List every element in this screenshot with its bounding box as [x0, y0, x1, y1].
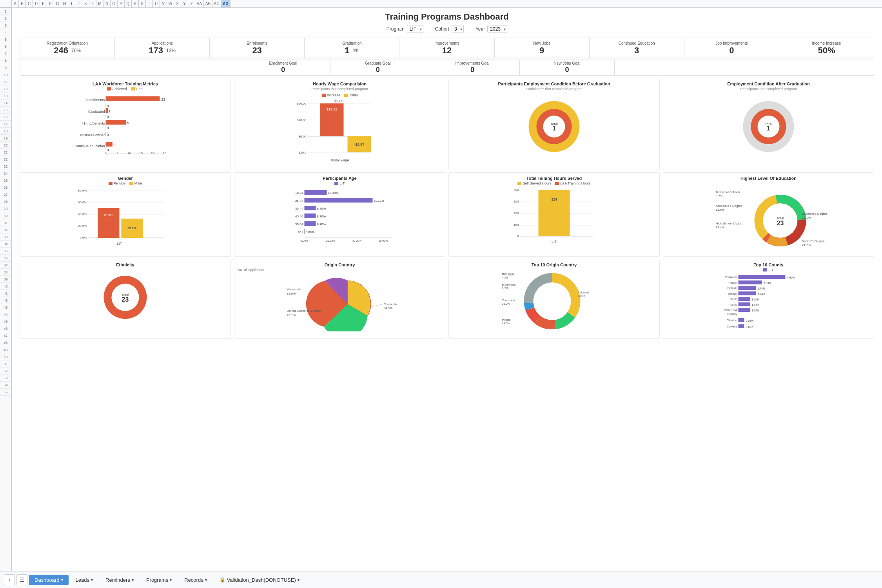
col-header-row: ABCDEFGHIJKLMNOPQRSTUVWXYZAAABACAD: [0, 0, 882, 8]
svg-text:1.16%: 1.16%: [752, 298, 760, 301]
cohort-select[interactable]: 3: [452, 25, 464, 33]
row-num-20: 20: [0, 142, 11, 149]
training-legend-laa: LAA Training Hours: [555, 181, 591, 185]
sheets-menu-button[interactable]: ☰: [16, 574, 27, 585]
svg-text:Fulton: Fulton: [728, 281, 737, 284]
bottom-bar: + ☰ Dashboard ▾ Leads ▾ Reminders ▾ Prog…: [0, 571, 882, 588]
svg-text:1: 1: [552, 125, 556, 132]
tab-records-label: Records: [184, 577, 203, 583]
ethnicity-chart-box: Ethnicity Total 23: [20, 259, 231, 339]
kpi-goal-value-0: 0: [281, 66, 285, 74]
origin-chart-box: Origin Country No. of Applicants: [234, 259, 445, 339]
program-select[interactable]: LIT: [407, 25, 423, 33]
wage-legend: Increase Initial: [238, 93, 442, 97]
row-num-16: 16: [0, 114, 11, 121]
svg-text:13.0%: 13.0%: [502, 322, 510, 325]
row-num-50: 50: [0, 353, 11, 360]
kpi-card-8: Income Increase50%: [779, 38, 874, 58]
tab-records[interactable]: Records ▾: [179, 575, 212, 585]
wage-chart-svg: $20.00 $10.00 $0.00 -$10.0 $19.22: [238, 99, 442, 165]
row-num-17: 17: [0, 121, 11, 128]
cohort-select-wrap[interactable]: 3: [452, 25, 464, 33]
row-num-31: 31: [0, 219, 11, 226]
tab-programs[interactable]: Programs ▾: [141, 575, 177, 585]
svg-text:Dekalb: Dekalb: [728, 286, 737, 290]
col-header-n: N: [103, 0, 111, 7]
top10-county-title: Top 10 County: [666, 262, 871, 267]
kpi-label-2: Enrollments: [247, 41, 267, 45]
svg-rect-11: [106, 114, 106, 117]
laa-legend-goal: Goal: [131, 87, 143, 91]
svg-text:High School Diplo...: High School Diplo...: [716, 222, 743, 225]
tab-dashboard[interactable]: Dashboard ▾: [29, 575, 69, 585]
svg-text:0: 0: [107, 126, 109, 130]
top10-county-box: Top 10 County LIT Gwinnett 4.65%: [663, 259, 874, 339]
svg-text:23: 23: [122, 296, 129, 303]
tab-reminders[interactable]: Reminders ▾: [100, 575, 139, 585]
origin-svg: Venezuela 13.0% United States of America…: [238, 273, 442, 331]
row-num-51: 51: [0, 360, 11, 367]
ethnicity-svg: Total 23: [23, 268, 227, 323]
kpi-value-0: 246: [54, 46, 68, 55]
employment-after-svg: Total 1: [666, 93, 871, 156]
employment-after-title: Employment Condition After Graduation: [666, 81, 871, 86]
laa-chart-title: LAA Workforce Training Metrics: [23, 81, 227, 86]
col-header-m: M: [96, 0, 103, 7]
svg-text:Other GA: Other GA: [724, 308, 737, 312]
year-select[interactable]: 2023: [487, 25, 507, 33]
svg-text:LIT: LIT: [552, 240, 557, 244]
row-num-39: 39: [0, 276, 11, 283]
kpi-card-6: Continued Education3: [590, 38, 684, 58]
add-sheet-button[interactable]: +: [4, 574, 15, 585]
svg-text:1: 1: [767, 125, 770, 132]
svg-text:0: 0: [107, 133, 109, 137]
kpi-card-1: Applications17313%: [115, 38, 210, 58]
row-num-29: 29: [0, 205, 11, 212]
year-select-wrap[interactable]: 2023: [487, 25, 507, 33]
tab-validation[interactable]: 🔒 Validation_Dash(DONOTUSE) ▾: [214, 575, 305, 585]
row-num-38: 38: [0, 269, 11, 276]
svg-text:18-24: 18-24: [295, 191, 303, 195]
row-num-55: 55: [0, 389, 11, 396]
svg-text:23: 23: [777, 220, 784, 226]
education-svg: Total 23 Technical School/... 8.7% Assoc…: [666, 181, 871, 252]
kpi-goal-value-2: 0: [470, 66, 474, 74]
lit-color: [334, 182, 338, 185]
svg-text:40.0%: 40.0%: [78, 212, 87, 216]
row-num-7: 7: [0, 50, 11, 57]
kpi-value-wrap-1: 17313%: [149, 46, 176, 55]
svg-rect-19: [106, 142, 113, 147]
program-select-wrap[interactable]: LIT: [407, 25, 423, 33]
employment-before-svg: Total 1: [452, 93, 656, 156]
row-num-8: 8: [0, 57, 11, 64]
kpi-row-2: Enrollment Goal0Graduate Goal0Improvemen…: [20, 60, 874, 76]
cohort-filter-group: Cohort 3: [435, 25, 464, 33]
tab-leads[interactable]: Leads ▾: [70, 575, 98, 585]
training-legend: Self Served Hours LAA Training Hours: [452, 181, 656, 185]
svg-text:25-34: 25-34: [295, 199, 303, 203]
row-num-40: 40: [0, 283, 11, 290]
kpi-label-1: Applications: [152, 41, 173, 45]
education-chart-box: Highest Level Of Education: [663, 172, 874, 257]
svg-text:80.0%: 80.0%: [78, 189, 87, 192]
laa-chart-svg: Enrollments Graduated Hiring/benefits Bu…: [23, 92, 227, 155]
kpi-goal-spacer-left: [20, 60, 236, 75]
kpi-value-6: 3: [634, 46, 639, 55]
svg-rect-82: [305, 221, 316, 226]
kpi-pct-0: 70%: [71, 48, 81, 53]
col-header-z: Z: [188, 0, 195, 7]
svg-text:-$9.57: -$9.57: [354, 143, 365, 147]
row-num-23: 23: [0, 163, 11, 170]
kpi-card-0: Registration Orientation24670%: [20, 38, 115, 58]
svg-text:8.7%: 8.7%: [502, 287, 508, 289]
svg-text:Coweta: Coweta: [726, 325, 737, 328]
svg-text:0.00%: 0.00%: [306, 230, 315, 234]
female-color: [109, 182, 113, 185]
employment-before-title: Participants Employment Condition Before…: [452, 81, 656, 86]
svg-text:10: 10: [127, 152, 131, 155]
wage-chart-title: Hourly Wage Comparision: [238, 81, 442, 86]
svg-text:LIT: LIT: [117, 242, 122, 246]
svg-point-141: [536, 285, 569, 318]
svg-text:34.9%: 34.9%: [578, 295, 586, 297]
training-hours-box: Total Taining Hours Served Self Served H…: [448, 172, 660, 257]
